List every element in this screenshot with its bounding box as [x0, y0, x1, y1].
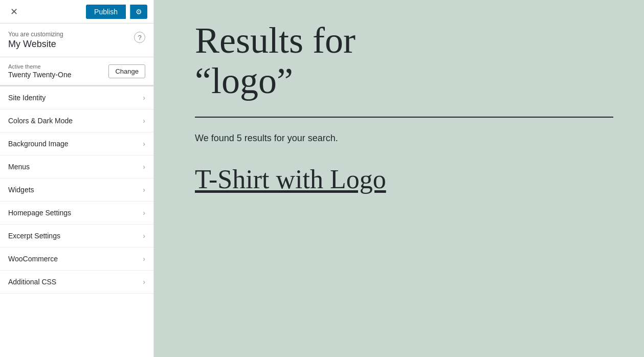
- publish-button[interactable]: Publish: [86, 5, 126, 19]
- help-button[interactable]: ?: [134, 32, 145, 43]
- chevron-right-icon: ›: [143, 278, 145, 286]
- theme-section: Active theme Twenty Twenty-One Change: [0, 57, 153, 86]
- menu-item-label: Menus: [8, 163, 30, 171]
- chevron-right-icon: ›: [143, 163, 145, 171]
- menu-item-background-image[interactable]: Background Image›: [0, 132, 153, 155]
- publish-settings-button[interactable]: ⚙: [130, 5, 147, 19]
- chevron-right-icon: ›: [143, 117, 145, 125]
- chevron-right-icon: ›: [143, 186, 145, 194]
- menu-item-label: Widgets: [8, 186, 34, 194]
- menu-item-label: WooCommerce: [8, 255, 58, 263]
- active-theme-label: Active theme: [8, 63, 71, 70]
- menu-item-homepage-settings[interactable]: Homepage Settings›: [0, 202, 153, 225]
- top-bar: ✕ Publish ⚙: [0, 0, 153, 24]
- close-icon: ✕: [10, 7, 18, 17]
- menu-item-label: Excerpt Settings: [8, 232, 60, 240]
- theme-info: Active theme Twenty Twenty-One: [8, 63, 71, 79]
- menu-item-label: Site Identity: [8, 94, 46, 102]
- change-theme-button[interactable]: Change: [108, 64, 145, 78]
- site-name: My Website: [8, 39, 63, 50]
- results-count: We found 5 results for your search.: [195, 133, 613, 144]
- left-panel: ✕ Publish ⚙ You are customizing My Websi…: [0, 0, 154, 357]
- chevron-right-icon: ›: [143, 232, 145, 240]
- right-panel: Results for “logo” We found 5 results fo…: [154, 0, 644, 357]
- product-title: T-Shirt with Logo: [195, 164, 613, 194]
- menu-item-label: Additional CSS: [8, 278, 56, 286]
- results-line1: Results for: [195, 20, 356, 61]
- chevron-right-icon: ›: [143, 94, 145, 102]
- menu-list: Site Identity›Colors & Dark Mode›Backgro…: [0, 86, 153, 357]
- chevron-right-icon: ›: [143, 140, 145, 148]
- customizing-section: You are customizing My Website ?: [0, 24, 153, 57]
- menu-item-label: Background Image: [8, 140, 69, 148]
- menu-item-additional-css[interactable]: Additional CSS›: [0, 271, 153, 294]
- menu-item-woocommerce[interactable]: WooCommerce›: [0, 248, 153, 271]
- menu-item-colors--dark-mode[interactable]: Colors & Dark Mode›: [0, 109, 153, 132]
- customizing-text: You are customizing My Website: [8, 31, 63, 50]
- menu-item-widgets[interactable]: Widgets›: [0, 178, 153, 202]
- gear-icon: ⚙: [136, 8, 142, 16]
- customizing-label: You are customizing: [8, 31, 63, 38]
- close-button[interactable]: ✕: [6, 5, 22, 18]
- divider: [195, 117, 613, 118]
- chevron-right-icon: ›: [143, 255, 145, 263]
- menu-item-menus[interactable]: Menus›: [0, 155, 153, 178]
- help-icon: ?: [138, 34, 141, 41]
- menu-item-site-identity[interactable]: Site Identity›: [0, 86, 153, 109]
- theme-name: Twenty Twenty-One: [8, 71, 71, 79]
- menu-item-label: Colors & Dark Mode: [8, 117, 73, 125]
- results-query: “logo”: [195, 60, 293, 101]
- chevron-right-icon: ›: [143, 209, 145, 217]
- results-heading: Results for “logo”: [195, 20, 613, 101]
- menu-item-excerpt-settings[interactable]: Excerpt Settings›: [0, 225, 153, 248]
- menu-item-label: Homepage Settings: [8, 209, 71, 217]
